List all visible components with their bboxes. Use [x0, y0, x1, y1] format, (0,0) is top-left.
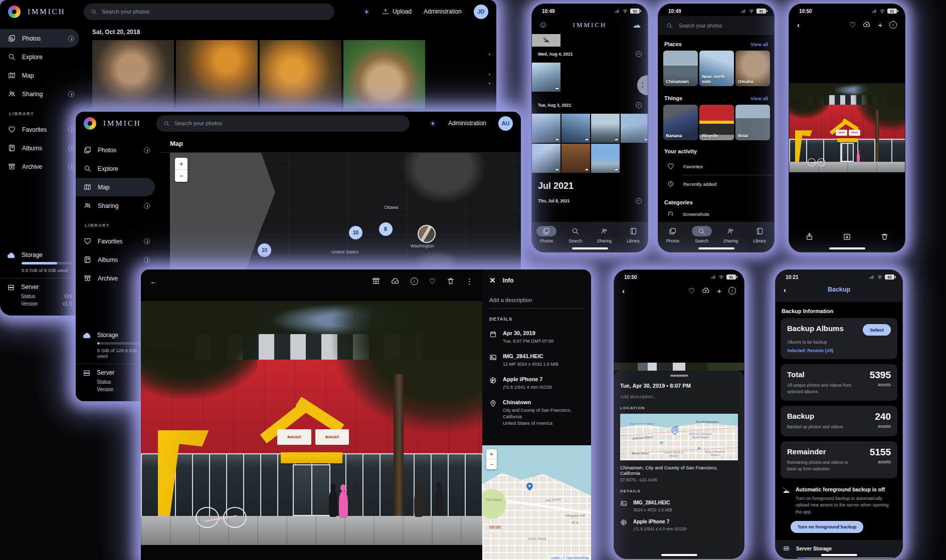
back-icon[interactable]: ‹	[784, 286, 786, 294]
places-view-all[interactable]: View all	[750, 42, 768, 47]
sidebar-item-photos[interactable]: Photos	[76, 141, 155, 159]
map-photo-marker[interactable]	[418, 225, 436, 243]
photo-thumbnail[interactable]	[343, 40, 425, 109]
description-input[interactable]: Add description...	[620, 394, 738, 399]
nav-sharing[interactable]: Sharing	[590, 226, 619, 243]
sidebar-item-favorites[interactable]: Favorites	[76, 232, 155, 250]
zoom-in-button[interactable]: +	[175, 158, 187, 170]
place-tile[interactable]: Omaha	[735, 51, 770, 86]
thing-tile[interactable]: Boat	[735, 105, 770, 140]
sidebar-item-photos[interactable]: Photos	[0, 29, 79, 48]
nav-search[interactable]: Search	[687, 226, 716, 243]
trash-icon[interactable]	[447, 277, 455, 285]
map-cluster-marker[interactable]: 10	[349, 226, 362, 239]
nav-library[interactable]: Library	[619, 226, 648, 243]
sidebar-item-explore[interactable]: Explore	[0, 48, 79, 66]
select-all-icon[interactable]: ✓	[636, 198, 642, 204]
select-albums-button[interactable]: Select	[863, 324, 891, 336]
theme-toggle-icon[interactable]: ☀	[430, 120, 436, 127]
administration-link[interactable]: Administration	[448, 120, 486, 127]
description-input[interactable]: Add a description	[489, 297, 584, 309]
photo-thumbnail[interactable]	[92, 40, 174, 109]
favorite-icon[interactable]: ♡	[849, 21, 856, 29]
back-icon[interactable]: ‹	[797, 21, 800, 29]
favorite-icon[interactable]: ♡	[429, 277, 436, 285]
photo-thumbnail[interactable]: ☁	[591, 114, 620, 143]
sidebar-item-albums[interactable]: Albums	[76, 250, 155, 269]
trash-icon[interactable]	[880, 232, 889, 241]
things-view-all[interactable]: View all	[750, 96, 768, 101]
photo-thumbnail[interactable]	[176, 40, 258, 109]
photo-in-n-out[interactable]: IN-N-OUTIN-N-OUT	[789, 83, 905, 172]
location-map[interactable]: Hyde Street Harbor The Embarcadero Jeffe…	[620, 414, 738, 460]
photo-edge[interactable]	[614, 363, 744, 371]
place-tile[interactable]: Chinatown	[663, 51, 698, 86]
info-icon[interactable]: i	[889, 21, 897, 29]
nav-photos[interactable]: Photos	[658, 226, 687, 243]
search-input[interactable]	[102, 9, 327, 15]
recently-added-row[interactable]: Recently added	[658, 175, 774, 192]
back-icon[interactable]: ←	[150, 277, 157, 285]
photo-thumbnail-partial[interactable]: ☁	[532, 34, 560, 47]
nav-photos[interactable]: Photos	[532, 226, 561, 243]
location-mini-map[interactable]: Fort Mason Bay Street Union Street US 10…	[482, 445, 591, 560]
thing-tile[interactable]: Bicycle	[699, 105, 734, 140]
archive-icon[interactable]	[372, 277, 380, 285]
sidebar-item-map[interactable]: Map	[76, 178, 155, 196]
cloud-backup-icon[interactable]	[391, 277, 400, 286]
photo-thumbnail[interactable]: ☁	[561, 114, 590, 143]
back-icon[interactable]: ‹	[622, 287, 625, 295]
close-icon[interactable]: ✕	[489, 276, 496, 284]
photo-thumbnail[interactable]: ☁	[532, 144, 560, 173]
sidebar-item-archive[interactable]: Archive	[0, 157, 79, 176]
turn-on-foreground-backup-button[interactable]: Turn on foreground backup	[791, 521, 863, 533]
zoom-in-button[interactable]: +	[486, 449, 497, 459]
theme-toggle-icon[interactable]: ☀	[363, 8, 369, 16]
photo-thumbnail[interactable]: ☁	[591, 144, 620, 173]
photo-thumbnail[interactable]: ☁	[621, 114, 648, 143]
upload-button[interactable]: Upload	[382, 8, 412, 15]
sidebar-item-sharing[interactable]: Sharing	[0, 85, 79, 103]
place-tile[interactable]: Near north side	[699, 51, 734, 86]
photo-in-n-out[interactable]: IN-N-OUTIN-N-OUT	[141, 301, 482, 545]
zoom-out-button[interactable]: −	[486, 459, 497, 469]
add-icon[interactable]: +	[878, 21, 882, 29]
search-bar[interactable]	[156, 115, 410, 132]
location-name[interactable]: Chinatown, City and County of San Franci…	[620, 465, 738, 476]
search-bar[interactable]	[84, 4, 334, 20]
photo-thumbnail[interactable]	[260, 40, 341, 109]
photo-thumbnail[interactable]: ☁	[561, 144, 590, 173]
info-icon[interactable]: i	[728, 287, 736, 295]
sidebar-item-albums[interactable]: Albums	[0, 139, 79, 157]
more-options-icon[interactable]: ⋮	[466, 277, 473, 285]
avatar[interactable]: AU	[498, 116, 513, 131]
map-cluster-marker[interactable]: 10	[258, 243, 271, 257]
backup-cloud-icon[interactable]: ☁+	[633, 21, 641, 29]
photo-thumbnail[interactable]: ☁	[532, 114, 560, 143]
sidebar-item-favorites[interactable]: Favorites	[0, 120, 79, 139]
search-input[interactable]	[174, 120, 403, 126]
avatar[interactable]: JD	[474, 5, 488, 19]
share-icon[interactable]	[805, 232, 814, 241]
category-screenshots-row[interactable]: Screenshots	[658, 209, 774, 216]
select-all-icon[interactable]: ✓	[636, 51, 642, 57]
sidebar-item-sharing[interactable]: Sharing	[76, 196, 155, 215]
map-attribution[interactable]: Leaflet | © OpenStreetMap	[548, 555, 591, 560]
cloud-upload-icon[interactable]	[863, 21, 871, 29]
nav-library[interactable]: Library	[745, 226, 774, 243]
nav-sharing[interactable]: Sharing	[716, 226, 745, 243]
photo-thumbnail[interactable]: ☁	[532, 63, 560, 92]
administration-link[interactable]: Administration	[424, 8, 462, 15]
archive-icon[interactable]	[843, 232, 851, 241]
profile-avatar-icon[interactable]: ☺	[539, 20, 547, 30]
select-all-icon[interactable]: ✓	[636, 102, 642, 108]
info-icon[interactable]: i	[411, 277, 418, 285]
favorite-icon[interactable]: ♡	[688, 287, 695, 295]
search-bar[interactable]: Search your photos	[658, 16, 774, 35]
thing-tile[interactable]: Banana	[663, 105, 698, 140]
add-icon[interactable]: +	[717, 287, 721, 295]
sidebar-item-explore[interactable]: Explore	[76, 159, 155, 178]
nav-search[interactable]: Search	[561, 226, 590, 243]
favorites-row[interactable]: Favorites	[658, 158, 774, 175]
zoom-out-button[interactable]: −	[175, 170, 187, 182]
